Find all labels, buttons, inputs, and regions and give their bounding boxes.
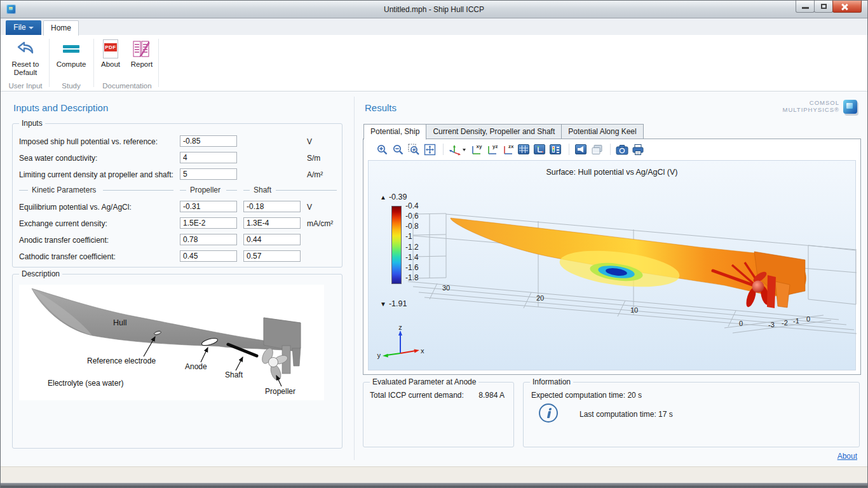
- scene-light-icon[interactable]: [574, 142, 588, 156]
- show-axis-orientation-icon[interactable]: [532, 142, 546, 156]
- compute-button[interactable]: Compute: [51, 36, 91, 79]
- separator: [49, 39, 50, 87]
- exchange-current-density-propeller-input[interactable]: [180, 217, 237, 229]
- equilibrium-potential-shaft-input[interactable]: [243, 201, 301, 212]
- input-label: Anodic transfer coefficient:: [19, 236, 109, 245]
- zoom-out-icon[interactable]: [391, 142, 405, 156]
- zoom-extents-icon[interactable]: [423, 142, 437, 156]
- minimize-icon: [802, 7, 809, 9]
- button-label: About: [97, 60, 124, 69]
- app-window: Untitled.mph - Ship Hull ICCP File Home …: [0, 0, 868, 488]
- print-icon[interactable]: [631, 142, 645, 156]
- svg-text:-2: -2: [782, 319, 788, 327]
- show-grid-icon[interactable]: [517, 142, 531, 156]
- go-to-xy-view-icon[interactable]: xy: [469, 142, 483, 156]
- svg-text:30: 30: [442, 284, 450, 292]
- tab-home[interactable]: Home: [43, 20, 79, 36]
- ribbon: File Home Reset to Default Compute PDF: [1, 18, 867, 92]
- results-tabs: Potential, Ship Current Density, Propell…: [364, 124, 644, 139]
- default-view-icon[interactable]: [448, 142, 467, 156]
- svg-text:-3: -3: [768, 321, 775, 329]
- window-title: Untitled.mph - Ship Hull ICCP: [1, 5, 867, 14]
- button-label: Compute: [51, 60, 91, 69]
- input-label: Limiting current density at propeller an…: [19, 170, 173, 179]
- go-to-zx-view-icon[interactable]: zx: [501, 142, 515, 156]
- axis-orientation-triad: z x y: [376, 325, 424, 362]
- svg-text:x: x: [421, 347, 424, 355]
- svg-text:Propeller: Propeller: [265, 387, 295, 396]
- separator: [158, 39, 159, 87]
- tab-current-density-propeller-shaft[interactable]: Current Density, Propeller and Shaft: [426, 124, 562, 139]
- go-to-yz-view-icon[interactable]: yz: [485, 142, 499, 156]
- about-button[interactable]: PDF About: [97, 36, 124, 79]
- about-link[interactable]: About: [837, 452, 857, 461]
- sea-water-conductivity-input[interactable]: [180, 152, 237, 163]
- svg-text:z: z: [398, 325, 402, 331]
- reset-to-default-button[interactable]: Reset to Default: [3, 36, 48, 79]
- svg-text:0: 0: [806, 315, 810, 323]
- evaluated-parameter-legend: Evaluated Parameter at Anode: [370, 377, 478, 386]
- hull-potential-input[interactable]: [180, 135, 237, 147]
- total-iccp-current-value: 8.984 A: [478, 391, 505, 400]
- chevron-down-icon: [29, 27, 34, 29]
- close-button[interactable]: [832, 1, 862, 13]
- zoom-in-icon[interactable]: [375, 142, 389, 156]
- anodic-transfer-coefficient-propeller-input[interactable]: [180, 234, 237, 245]
- unit-label: S/m: [307, 154, 320, 163]
- input-label: Equilibrium potential vs. Ag/AgCl:: [19, 203, 132, 212]
- information-legend: Information: [530, 377, 573, 386]
- input-label: Cathodic transfer coefficient:: [19, 252, 116, 261]
- unit-label: mA/cm²: [307, 219, 333, 228]
- ship-schematic-diagram: Hull Reference electrode Anode Shaft Ele…: [19, 285, 324, 400]
- minimize-button[interactable]: [796, 1, 815, 13]
- restore-icon: [821, 4, 827, 9]
- button-label: Report: [126, 60, 157, 69]
- unit-label: V: [307, 137, 312, 146]
- separator: [569, 144, 569, 155]
- svg-text:Shaft: Shaft: [225, 370, 243, 379]
- titlebar[interactable]: Untitled.mph - Ship Hull ICCP: [1, 1, 867, 18]
- graphics-toolbar: xy yz zx: [363, 139, 860, 159]
- input-label: Exchange current density:: [19, 219, 107, 228]
- svg-text:10: 10: [630, 306, 638, 314]
- graphics-panel: xy yz zx: [363, 139, 861, 375]
- shaft-column-header: Shaft: [254, 186, 271, 194]
- input-label: Imposed ship hull potential vs. referenc…: [19, 137, 158, 146]
- svg-text:Anode: Anode: [185, 362, 207, 371]
- comsol-cube-icon: [843, 100, 857, 114]
- file-menu-button[interactable]: File: [6, 20, 41, 35]
- cathodic-transfer-coefficient-propeller-input[interactable]: [180, 250, 237, 262]
- window-bottom-frame: [1, 466, 867, 487]
- tab-potential-along-keel[interactable]: Potential Along Keel: [561, 124, 643, 139]
- report-button[interactable]: Report: [126, 36, 157, 79]
- cathodic-transfer-coefficient-shaft-input[interactable]: [243, 250, 301, 262]
- exchange-current-density-shaft-input[interactable]: [243, 217, 301, 229]
- ribbon-group-documentation: Documentation: [97, 82, 157, 90]
- separator: [443, 144, 444, 155]
- image-snapshot-icon[interactable]: [615, 142, 629, 156]
- anodic-transfer-coefficient-shaft-input[interactable]: [243, 234, 301, 245]
- pdf-document-icon: PDF: [100, 39, 121, 59]
- equilibrium-potential-propeller-input[interactable]: [180, 201, 237, 212]
- ribbon-group-user-input: User Input: [3, 82, 48, 90]
- button-label: Reset to Default: [3, 60, 48, 77]
- tab-potential-ship[interactable]: Potential, Ship: [363, 124, 426, 140]
- comsol-logo: COMSOL MULTIPHYSICS®: [782, 100, 857, 114]
- logo-line2: MULTIPHYSICS®: [782, 107, 839, 114]
- kinetic-parameters-header: Kinetic Parameters: [32, 186, 96, 194]
- last-computation-time: Last computation time: 17 s: [580, 410, 673, 419]
- hull-3d-surface-plot: 30 20 10 0 -3 -2 -1 0: [369, 161, 857, 371]
- restore-button[interactable]: [814, 1, 833, 13]
- show-color-legend-icon[interactable]: [548, 142, 562, 156]
- ribbon-group-study: Study: [51, 82, 91, 90]
- limiting-current-density-input[interactable]: [180, 168, 237, 180]
- transparency-icon[interactable]: [590, 142, 604, 156]
- svg-text:-1: -1: [793, 317, 799, 325]
- inputs-groupbox: Inputs Imposed ship hull potential vs. r…: [12, 123, 342, 268]
- panel-divider: [354, 97, 355, 460]
- input-label: Sea water conductivity:: [19, 154, 97, 163]
- graphics-plot-area[interactable]: Surface: Hull potential vs Ag/AgCl (V) ▲…: [368, 160, 856, 370]
- separator: [610, 144, 611, 155]
- zoom-box-icon[interactable]: [407, 142, 421, 156]
- inputs-group-legend: Inputs: [19, 119, 45, 128]
